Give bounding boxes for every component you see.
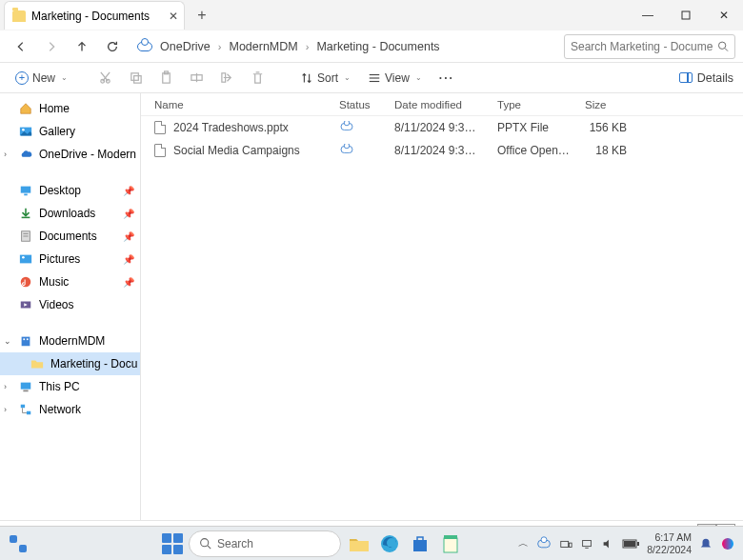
- column-type[interactable]: Type: [490, 99, 577, 110]
- sidebar-item-label: Videos: [39, 298, 73, 311]
- collapse-icon[interactable]: ⌄: [4, 336, 11, 346]
- column-status[interactable]: Status: [331, 99, 387, 110]
- svg-point-1: [719, 42, 726, 49]
- sidebar-item-desktop[interactable]: Desktop 📌: [0, 179, 140, 202]
- chevron-right-icon: ›: [306, 41, 310, 52]
- notepad-taskbar-icon[interactable]: [438, 531, 463, 556]
- chevron-down-icon: ⌄: [415, 73, 422, 82]
- file-row[interactable]: 2024 Tradeshows.pptx 8/11/2024 9:38 AM P…: [141, 116, 743, 139]
- sidebar-item-videos[interactable]: Videos: [0, 293, 140, 316]
- cut-button[interactable]: [92, 66, 117, 90]
- chevron-right-icon: ›: [218, 41, 222, 52]
- taskbar-search[interactable]: Search: [189, 530, 341, 557]
- sidebar-item-network[interactable]: › Network: [0, 398, 140, 421]
- more-button[interactable]: ···: [433, 69, 460, 88]
- search-input[interactable]: [571, 40, 713, 53]
- taskbar-search-label: Search: [217, 537, 253, 550]
- date: 8/22/2024: [647, 544, 692, 556]
- up-button[interactable]: [69, 33, 95, 60]
- plus-circle-icon: +: [15, 71, 29, 85]
- delete-button[interactable]: [245, 66, 270, 90]
- share-button[interactable]: [214, 66, 239, 90]
- file-row[interactable]: Social Media Campaigns 8/11/2024 9:38 AM…: [141, 139, 743, 162]
- breadcrumb-root[interactable]: OneDrive: [156, 37, 214, 56]
- notifications-tray-icon[interactable]: [699, 537, 713, 550]
- new-label: New: [32, 71, 55, 85]
- volume-tray-icon[interactable]: [601, 537, 614, 550]
- column-headers: Name Status Date modified Type Size: [141, 93, 743, 116]
- tray-chevron-icon[interactable]: ︿: [518, 536, 529, 550]
- store-taskbar-icon[interactable]: [408, 531, 432, 556]
- copilot-tray-icon[interactable]: [720, 536, 735, 551]
- view-button[interactable]: View ⌄: [362, 69, 428, 88]
- search-box[interactable]: [564, 34, 735, 59]
- sidebar-item-pictures[interactable]: Pictures 📌: [0, 248, 140, 270]
- window-tab[interactable]: Marketing - Documents ✕: [4, 1, 185, 30]
- copy-button[interactable]: [123, 66, 148, 90]
- pin-icon: 📌: [123, 231, 134, 242]
- sidebar-item-label: Pictures: [39, 252, 80, 266]
- sidebar-item-downloads[interactable]: Downloads 📌: [0, 202, 140, 225]
- network-icon: [19, 403, 32, 416]
- paste-button[interactable]: [153, 66, 178, 90]
- tab-close-button[interactable]: ✕: [169, 10, 178, 23]
- battery-tray-icon[interactable]: [622, 538, 639, 550]
- breadcrumb-lvl1[interactable]: ModernMDM: [225, 37, 301, 56]
- column-name[interactable]: Name: [141, 99, 331, 110]
- refresh-button[interactable]: [99, 33, 126, 60]
- column-date[interactable]: Date modified: [387, 99, 490, 110]
- svg-point-25: [21, 277, 31, 288]
- network-tray-icon[interactable]: [580, 537, 593, 550]
- pin-icon: 📌: [123, 209, 134, 219]
- expand-icon[interactable]: ›: [4, 405, 7, 414]
- file-date: 8/11/2024 9:38 AM: [387, 144, 490, 157]
- sidebar-item-marketing-docs[interactable]: Marketing - Docu: [0, 352, 140, 375]
- sidebar-item-thispc[interactable]: › This PC: [0, 375, 140, 398]
- column-size[interactable]: Size: [577, 99, 634, 110]
- edge-taskbar-icon[interactable]: [377, 531, 402, 556]
- sidebar-item-modernmdm[interactable]: ⌄ ModernMDM: [0, 330, 140, 352]
- expand-icon[interactable]: ›: [4, 150, 7, 159]
- svg-point-24: [22, 256, 25, 259]
- back-button[interactable]: [8, 33, 34, 60]
- forward-button[interactable]: [38, 33, 65, 60]
- new-button[interactable]: + New ⌄: [10, 69, 73, 88]
- search-icon: [199, 537, 211, 550]
- close-window-button[interactable]: ✕: [705, 2, 743, 29]
- sidebar-item-home[interactable]: Home: [0, 97, 140, 120]
- onedrive-icon: [137, 42, 152, 51]
- expand-icon[interactable]: ›: [4, 382, 7, 391]
- sidebar-item-music[interactable]: Music 📌: [0, 270, 140, 293]
- maximize-button[interactable]: [667, 2, 705, 29]
- sidebar-item-documents[interactable]: Documents 📌: [0, 225, 140, 248]
- new-tab-button[interactable]: +: [191, 7, 213, 24]
- pin-icon: 📌: [123, 186, 134, 196]
- widgets-button[interactable]: [8, 533, 29, 554]
- pin-icon: 📌: [123, 254, 134, 265]
- sidebar-item-gallery[interactable]: Gallery: [0, 120, 140, 143]
- time: 6:17 AM: [647, 531, 692, 544]
- sidebar-item-label: Network: [39, 403, 81, 416]
- sidebar-item-label: This PC: [39, 380, 80, 393]
- sidebar-item-label: Desktop: [39, 184, 81, 197]
- minimize-button[interactable]: —: [629, 2, 667, 29]
- building-icon: [19, 334, 32, 348]
- svg-rect-48: [444, 535, 457, 539]
- device-tray-icon[interactable]: [559, 537, 572, 550]
- explorer-taskbar-icon[interactable]: [347, 531, 372, 556]
- music-icon: [19, 275, 32, 289]
- svg-point-43: [201, 539, 209, 547]
- svg-line-2: [725, 49, 728, 51]
- system-tray: ︿ 6:17 AM 8/22/2024: [518, 531, 735, 555]
- navigation-bar: OneDrive › ModernMDM › Marketing - Docum…: [0, 30, 743, 63]
- breadcrumb-lvl2[interactable]: Marketing - Documents: [312, 37, 443, 56]
- clock[interactable]: 6:17 AM 8/22/2024: [647, 531, 692, 555]
- start-button[interactable]: [162, 533, 183, 554]
- details-pane-button[interactable]: Details: [679, 71, 733, 85]
- chevron-down-icon: ⌄: [344, 73, 351, 82]
- rename-button[interactable]: [184, 66, 209, 90]
- svg-rect-18: [24, 194, 28, 196]
- sort-button[interactable]: Sort ⌄: [294, 69, 356, 88]
- onedrive-tray-icon[interactable]: [537, 539, 551, 548]
- sidebar-item-onedrive[interactable]: › OneDrive - Modern: [0, 143, 140, 166]
